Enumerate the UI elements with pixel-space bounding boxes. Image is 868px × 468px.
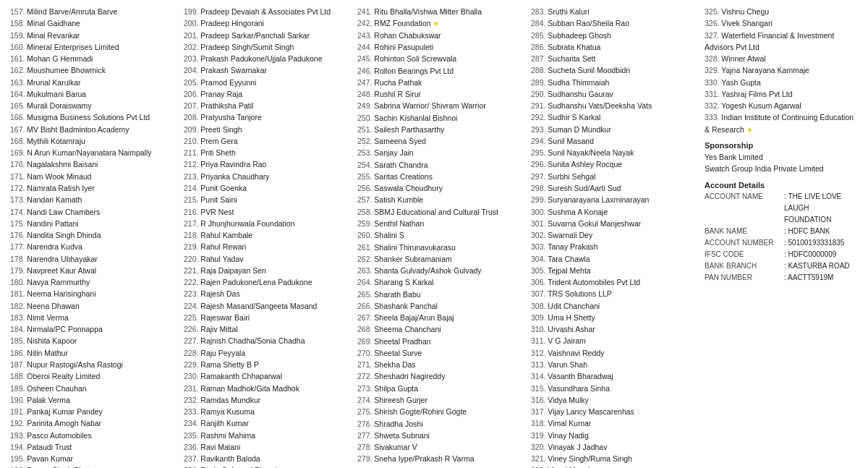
list-item: 173. Nandan Kamath [10,194,178,205]
list-item: 261. Shalini Thirunavukarasu [357,242,525,253]
item-number: 227. [184,336,198,345]
list-item: 231. Raman Madhok/Gita Madhok [184,383,352,394]
item-number: 331. [705,90,719,98]
list-item: 175. Nandini Pattani [10,218,178,229]
list-item: 315. Vasundhara Sinha [531,383,699,394]
account-label: ACCOUNT NUMBER [705,237,784,249]
account-label: PAN NUMBER [705,272,784,284]
account-value: : THE LIVE LOVE LAUGH FOUNDATION [784,191,858,226]
list-item: 226. Rajiv Mittal [184,323,352,335]
item-number: 289. [531,78,545,87]
list-item: 228. Raju Peyyala [184,347,352,359]
item-number: 269. [357,337,372,346]
list-item: 299. Suryanarayana Laxminarayan [531,194,699,205]
list-item: 298. Suresh Sud/Aarti Sud [531,182,699,194]
list-item: 207. Prathiksha Patil [184,100,352,111]
list-item: 275. Shirish Gogte/Rohini Gogte [357,406,525,417]
item-number: 288. [531,66,545,75]
item-number: 176. [10,231,25,239]
column-4: 283. Sruthi Kaluri284. Subban Rao/Sheila… [528,6,702,468]
item-number: 320. [531,443,545,451]
item-number: 189. [10,384,25,393]
column-3: 241. Ritu Bhalla/Vishwa Mitter Bhalla242… [354,6,528,468]
item-number: 327. [705,31,719,40]
list-item: 257. Satish Kumble [357,194,525,205]
list-item: 225. Rajeswar Bairi [184,312,352,323]
item-number: 166. [10,113,25,122]
item-number: 285. [531,31,545,40]
item-number: 273. [357,384,372,393]
item-number: 171. [10,172,25,181]
list-item: 313. Varun Shah [531,359,699,370]
item-number: 287. [531,54,545,63]
list-item: 184. Nirmala/PC Ponnappa [10,323,178,335]
list-item: 245. Rohinton Soli Screwvala [357,53,525,64]
item-number: 228. [184,349,198,357]
list-item: 328. Winner Atwal [705,53,858,64]
list-item: 229. Rama Shetty B P [184,359,352,370]
list-item: 253. Sanjay Jain [357,147,525,158]
item-number: 317. [531,407,545,416]
list-item: 289. Sudha Thimmaiah [531,77,699,88]
list-item: 160. Mineral Enterprises Limited [10,41,178,53]
item-number: 297. [531,172,545,181]
item-number: 161. [10,54,25,63]
item-number: 205. [184,78,198,87]
list-item: 250. Sachin Kishanlal Bishnoi [357,112,525,124]
list-item: 168. Mythili Kotamraju [10,135,178,147]
list-item: 291. Sudhanshu Vats/Deeksha Vats [531,100,699,111]
item-number: 209. [184,125,198,134]
list-item: 332. Yogesh Kusum Agarwal [705,100,858,111]
item-number: 294. [531,137,545,145]
list-item: 288. Sucheta Sunil Moodbidri [531,64,699,76]
account-label: BANK BRANCH [705,260,784,272]
list-item: 309. Uma H Shetty [531,312,699,323]
list-item: 251. Sailesh Parthasarthy [357,124,525,135]
list-item: 208. Pratyusha Tanjore [184,111,352,123]
list-item: 219. Rahul Rewari [184,241,352,252]
item-number: 194. [10,443,25,451]
list-item: 162. Moushumee Bhowmick [10,64,178,76]
account-value: : HDFC0000009 [784,249,836,260]
list-item: 325. Vishnu Chegu [705,6,858,17]
item-number: 272. [357,372,372,380]
list-item: 191. Pankaj Kumar Pandey [10,406,178,417]
list-item: 163. Mrunal Karulkar [10,77,178,88]
list-item: 216. PVR Nest [184,206,352,218]
item-number: 242. [357,19,372,27]
list-item: 258. SBMJ Educational and Cultural Trust [357,206,525,218]
item-number: 270. [357,349,372,357]
list-item: 271. Shekha Das [357,359,525,370]
item-number: 163. [10,78,25,87]
list-item: 278. Sivakumar V [357,441,525,453]
list-item: 296. Sunita Ashley Rocque [531,158,699,170]
list-item: 166. Musigma Business Solutions Pvt Ltd [10,111,178,123]
item-number: 330. [705,78,719,87]
list-item: 195. Pavan Kumar [10,453,178,464]
list-item: 185. Nishita Kapoor [10,335,178,346]
item-number: 237. [184,454,198,463]
item-number: 300. [531,208,545,216]
list-item: 233. Ramya Kusuma [184,406,352,417]
list-item: 316. Vidya Mulky [531,394,699,406]
item-number: 223. [184,289,198,298]
item-number: 315. [531,384,545,393]
item-number: 255. [357,172,372,181]
item-number: 279. [357,454,372,463]
item-number: 305. [531,266,545,275]
list-item: 306. Trident Automobiles Pvt Ltd [531,276,699,288]
list-item: 263. Shanta Gulvady/Ashok Gulvady [357,265,525,276]
item-number: 191. [10,407,25,416]
item-number: 295. [531,148,545,157]
item-number: 165. [10,101,25,110]
item-number: 247. [357,78,372,87]
list-item: 220. Rahul Yadav [184,253,352,265]
item-number: 278. [357,443,372,451]
list-item: 165. Murali Doraiswamy [10,100,178,111]
list-item: 194. Pataudi Trust [10,441,178,453]
item-number: 158. [10,19,25,27]
item-number: 230. [184,372,198,380]
list-item: 171. Nam Wook Minaud [10,171,178,182]
list-item: 274. Shireesh Gurjer [357,394,525,406]
account-row: IFSC CODE: HDFC0000009 [705,249,858,260]
